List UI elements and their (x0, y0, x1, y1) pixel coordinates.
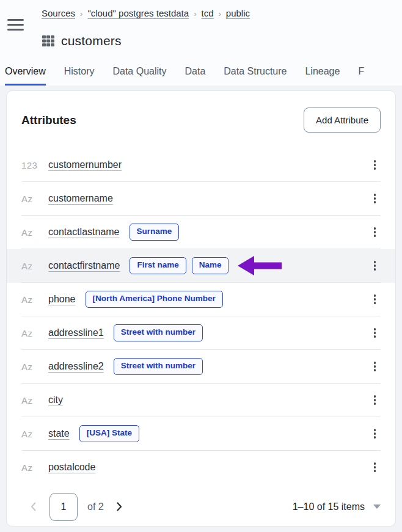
kebab-menu-icon[interactable] (370, 224, 380, 240)
items-range-label: 1–10 of 15 items (293, 501, 365, 512)
term-badge[interactable]: [North America] Phone Number (86, 291, 223, 307)
breadcrumb-link[interactable]: "cloud" postgres testdata (87, 8, 189, 18)
term-badges: First nameName (130, 255, 282, 277)
breadcrumb-separator: › (194, 9, 196, 18)
kebab-menu-icon[interactable] (370, 157, 380, 173)
tab-lineage[interactable]: Lineage (305, 66, 340, 86)
kebab-menu-icon[interactable] (370, 191, 380, 206)
attribute-name-link[interactable]: addressline2 (48, 361, 104, 372)
kebab-menu-icon[interactable] (370, 325, 380, 341)
attribute-type-icon: Az (21, 462, 42, 473)
breadcrumb-link[interactable]: Sources (42, 8, 75, 18)
kebab-menu-icon[interactable] (370, 258, 380, 274)
attribute-row: Az customername (7, 182, 395, 216)
tab-history[interactable]: History (64, 66, 95, 86)
attribute-row: Az contactfirstname First nameName (7, 249, 395, 283)
attribute-row: Az addressline1 Street with number (7, 316, 395, 350)
term-badges: Street with number (114, 358, 203, 374)
attribute-type-icon: Az (21, 227, 42, 238)
chevron-right-icon[interactable] (114, 499, 125, 514)
attribute-row: Az postalcode (7, 451, 395, 484)
breadcrumb-link[interactable]: tcd (201, 8, 213, 18)
breadcrumb-separator: › (80, 9, 82, 18)
term-badges: Surname (130, 224, 180, 240)
attribute-type-icon: 123 (21, 160, 42, 170)
attribute-name-link[interactable]: phone (48, 294, 76, 305)
term-badge[interactable]: [USA] State (79, 425, 139, 442)
term-badge[interactable]: Street with number (114, 324, 203, 341)
term-badge[interactable]: First name (130, 257, 186, 274)
attribute-name-link[interactable]: contactfirstname (48, 260, 120, 271)
attribute-name-link[interactable]: addressline1 (48, 327, 104, 338)
add-attribute-button[interactable]: Add Attribute (304, 107, 381, 133)
attribute-row: Az phone [North America] Phone Number (7, 283, 395, 316)
page-header: Sources›"cloud" postgres testdata›tcd›pu… (0, 0, 402, 86)
kebab-menu-icon[interactable] (370, 392, 380, 408)
attributes-heading: Attributes (21, 114, 76, 127)
caret-down-icon[interactable] (373, 505, 381, 509)
tab-data-quality[interactable]: Data Quality (112, 66, 166, 86)
tab-data[interactable]: Data (185, 66, 206, 86)
breadcrumb-link[interactable]: public (226, 8, 250, 18)
breadcrumb: Sources›"cloud" postgres testdata›tcd›pu… (42, 7, 402, 21)
arrow-left-annotation-icon (238, 255, 282, 277)
attribute-type-icon: Az (21, 194, 42, 204)
attribute-type-icon: Az (21, 261, 42, 271)
attribute-row: Az city (7, 384, 395, 417)
tab-bar: OverviewHistoryData QualityDataData Stru… (0, 57, 402, 86)
page-title: customers (61, 34, 122, 48)
attribute-name-link[interactable]: customername (48, 193, 113, 204)
table-grid-icon (42, 35, 55, 47)
term-badges: Street with number (114, 324, 203, 341)
kebab-menu-icon[interactable] (370, 426, 380, 442)
attribute-type-icon: Az (21, 294, 42, 305)
hamburger-icon[interactable] (7, 19, 24, 31)
attribute-name-link[interactable]: state (48, 428, 70, 439)
attribute-row: 123 customernumber (7, 148, 395, 182)
page-number-input[interactable] (49, 493, 78, 521)
attribute-name-link[interactable]: city (48, 395, 63, 406)
term-badge[interactable]: Street with number (114, 358, 203, 374)
tab-data-structure[interactable]: Data Structure (224, 66, 287, 86)
term-badge[interactable]: Surname (130, 224, 180, 240)
tab-overview[interactable]: Overview (5, 66, 46, 86)
term-badges: [North America] Phone Number (86, 291, 223, 307)
attribute-name-link[interactable]: contactlastname (48, 227, 120, 238)
breadcrumb-separator: › (218, 9, 221, 18)
attributes-list: 123 customernumber Az customername Az co… (7, 148, 395, 484)
attribute-name-link[interactable]: postalcode (48, 462, 95, 473)
attribute-row: Az addressline2 Street with number (7, 350, 395, 384)
tab-f[interactable]: F (358, 66, 364, 86)
attribute-type-icon: Az (21, 429, 42, 439)
attribute-type-icon: Az (21, 362, 42, 372)
attribute-row: Az contactlastname Surname (7, 216, 395, 249)
attributes-card: Attributes Add Attribute 123 customernum… (6, 90, 396, 527)
page-of-label: of 2 (87, 501, 104, 512)
attribute-type-icon: Az (21, 395, 42, 406)
kebab-menu-icon[interactable] (370, 459, 380, 475)
attribute-type-icon: Az (21, 328, 42, 338)
attribute-row: Az state [USA] State (7, 417, 395, 451)
kebab-menu-icon[interactable] (370, 291, 380, 307)
term-badge[interactable]: Name (192, 257, 229, 274)
chevron-left-icon[interactable] (27, 499, 39, 514)
kebab-menu-icon[interactable] (370, 359, 380, 374)
attribute-name-link[interactable]: customernumber (48, 159, 122, 170)
term-badges: [USA] State (79, 425, 139, 442)
pagination: of 2 1–10 of 15 items (7, 484, 395, 522)
